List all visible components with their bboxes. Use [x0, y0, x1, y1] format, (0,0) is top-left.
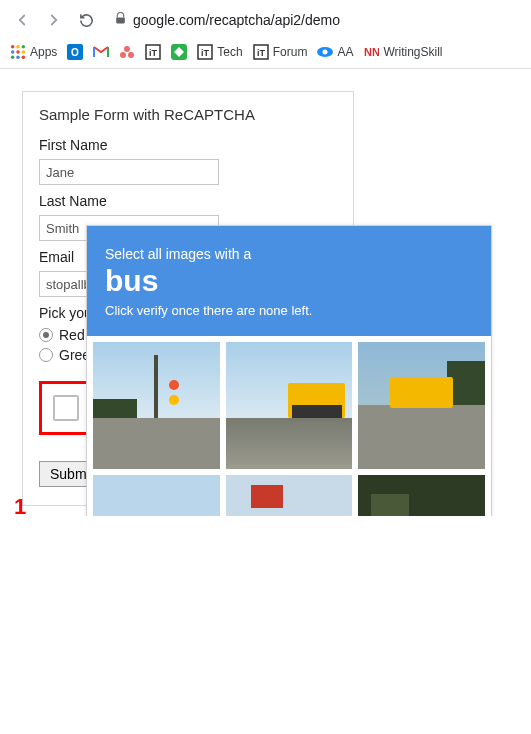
challenge-instruction: Select all images with a	[105, 246, 473, 262]
radio-icon	[39, 348, 53, 362]
bookmark-label: WritingSkill	[383, 45, 442, 59]
form-title: Sample Form with ReCAPTCHA	[39, 106, 337, 123]
svg-point-2	[16, 45, 20, 49]
reload-button[interactable]	[72, 6, 100, 34]
radio-label: Red	[59, 327, 85, 343]
bookmark-forum[interactable]: iTForum	[253, 44, 308, 60]
svg-point-12	[124, 46, 130, 52]
apps-icon	[10, 44, 26, 60]
bookmark-label: Tech	[217, 45, 242, 59]
challenge-target: bus	[105, 264, 473, 297]
recaptcha-challenge: Select all images with a bus Click verif…	[86, 225, 492, 516]
svg-point-8	[16, 56, 20, 60]
radio-icon	[39, 328, 53, 342]
bookmark-writing[interactable]: NNWritingSkill	[363, 44, 442, 60]
bookmark-apps[interactable]: Apps	[10, 44, 57, 60]
challenge-header: Select all images with a bus Click verif…	[87, 226, 491, 336]
svg-point-13	[120, 52, 126, 58]
bookmark-label: Forum	[273, 45, 308, 59]
challenge-subtext: Click verify once there are none left.	[105, 303, 473, 318]
svg-point-14	[128, 52, 134, 58]
outlook-icon: O	[67, 44, 83, 60]
first-name-input[interactable]	[39, 159, 219, 185]
bookmark-aa[interactable]: AA	[317, 44, 353, 60]
annotation-1: 1	[14, 494, 26, 516]
bookmark-asana[interactable]	[119, 44, 135, 60]
svg-text:iT: iT	[149, 48, 158, 58]
feedly-icon	[171, 44, 187, 60]
it-icon: iT	[197, 44, 213, 60]
challenge-tile-4[interactable]	[93, 475, 220, 516]
url-text: google.com/recaptcha/api2/demo	[133, 12, 340, 28]
it-icon: iT	[145, 44, 161, 60]
bookmark-gmail[interactable]	[93, 44, 109, 60]
recaptcha-checkbox[interactable]	[53, 395, 79, 421]
nn-icon: NN	[363, 44, 379, 60]
svg-point-3	[22, 45, 26, 49]
bookmark-tech[interactable]: iTTech	[197, 44, 242, 60]
svg-text:NN: NN	[364, 46, 379, 58]
svg-point-4	[11, 50, 15, 54]
svg-point-6	[22, 50, 26, 54]
svg-rect-0	[116, 17, 125, 23]
bookmarks-bar: Apps O iT iTTech iTForum AA NNWritingSki…	[0, 40, 531, 69]
browser-toolbar: google.com/recaptcha/api2/demo	[0, 0, 531, 40]
last-name-label: Last Name	[39, 193, 337, 209]
svg-point-9	[22, 56, 26, 60]
svg-point-1	[11, 45, 15, 49]
challenge-tile-2[interactable]	[226, 342, 353, 469]
svg-text:O: O	[71, 47, 79, 58]
svg-point-23	[323, 50, 328, 55]
gmail-icon	[93, 44, 109, 60]
recaptcha-anchor[interactable]	[39, 381, 93, 435]
svg-text:iT: iT	[201, 48, 210, 58]
forward-button[interactable]	[40, 6, 68, 34]
challenge-grid: STOP HERE ON RED	[87, 336, 491, 516]
bookmark-it1[interactable]: iT	[145, 44, 161, 60]
address-bar[interactable]: google.com/recaptcha/api2/demo	[104, 6, 523, 34]
bookmark-label: AA	[337, 45, 353, 59]
first-name-label: First Name	[39, 137, 337, 153]
svg-point-5	[16, 50, 20, 54]
back-button[interactable]	[8, 6, 36, 34]
aa-icon	[317, 44, 333, 60]
svg-point-7	[11, 56, 15, 60]
bookmark-outlook[interactable]: O	[67, 44, 83, 60]
challenge-tile-1[interactable]	[93, 342, 220, 469]
it-icon: iT	[253, 44, 269, 60]
lock-icon	[114, 12, 127, 28]
challenge-tile-6[interactable]	[358, 475, 485, 516]
challenge-tile-3[interactable]	[358, 342, 485, 469]
challenge-tile-5[interactable]	[226, 475, 353, 516]
svg-text:iT: iT	[257, 48, 266, 58]
bookmark-label: Apps	[30, 45, 57, 59]
asana-icon	[119, 44, 135, 60]
bookmark-feedly[interactable]	[171, 44, 187, 60]
